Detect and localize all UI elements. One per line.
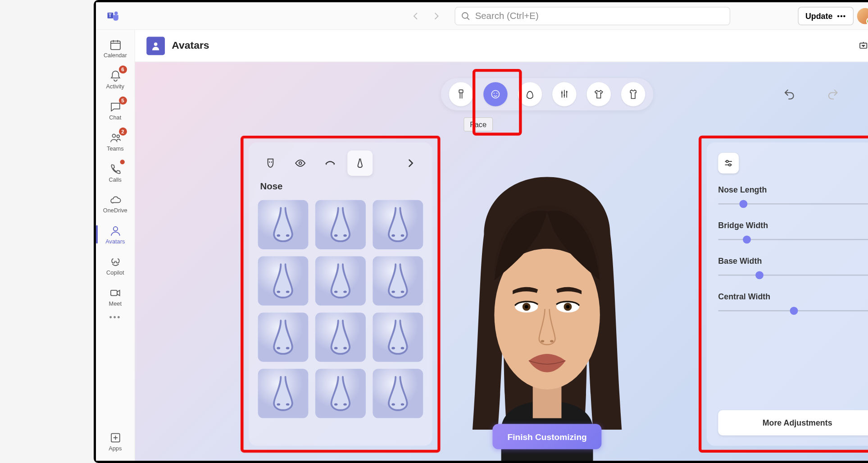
category-body-button[interactable] (449, 82, 473, 106)
category-wardrobe-full-button[interactable] (621, 82, 645, 106)
rail-calendar[interactable]: Calendar (98, 33, 132, 63)
face-tab-nose[interactable] (347, 151, 373, 176)
svg-point-11 (154, 42, 157, 46)
search-input[interactable]: Search (Ctrl+E) (455, 7, 731, 25)
present-icon (859, 41, 868, 50)
forward-button[interactable] (427, 7, 445, 25)
svg-point-15 (493, 93, 494, 94)
nose-option[interactable] (373, 312, 423, 362)
category-wardrobe-top-button[interactable] (586, 82, 611, 106)
search-placeholder: Search (Ctrl+E) (475, 11, 538, 21)
teams-badge: 2 (118, 128, 127, 136)
svg-point-6 (112, 134, 115, 137)
nose-option[interactable] (258, 312, 308, 362)
rail-teams[interactable]: 2 Teams (98, 126, 132, 156)
svg-point-16 (496, 93, 497, 94)
rail-calls[interactable]: Calls (98, 157, 132, 187)
nose-option[interactable] (258, 369, 308, 418)
activity-badge: 6 (118, 65, 127, 73)
nose-option[interactable] (315, 369, 365, 418)
rail-chat[interactable]: 5 Chat (98, 96, 132, 125)
rail-avatars[interactable]: Avatars (98, 220, 132, 249)
nose-option[interactable] (373, 369, 423, 418)
svg-point-7 (116, 135, 119, 138)
rail-more-icon[interactable]: ••• (109, 312, 121, 321)
category-hair-button[interactable] (518, 82, 542, 106)
slider-bridge width[interactable] (718, 235, 868, 243)
feature-section-title: Nose (260, 182, 423, 192)
face-tab-next[interactable] (398, 151, 423, 176)
finish-customizing-button[interactable]: Finish Customizing (492, 424, 602, 449)
nose-option[interactable] (258, 200, 308, 249)
redo-button[interactable] (825, 86, 841, 102)
slider-nose length[interactable] (718, 200, 868, 208)
more-adjustments-button[interactable]: More Adjustments (718, 410, 868, 435)
svg-point-69 (726, 160, 728, 163)
category-tooltip: Face (464, 117, 493, 132)
face-tab-shape[interactable] (258, 151, 283, 176)
svg-text:T: T (109, 13, 112, 18)
category-makeup-button[interactable] (552, 82, 577, 106)
rail-meet[interactable]: Meet (98, 281, 132, 311)
face-tab-eyes[interactable] (287, 151, 313, 176)
nose-option[interactable] (258, 256, 308, 306)
copilot-icon (109, 255, 121, 268)
title-bar: T Search (Ctrl+E) Update ••• (96, 2, 868, 30)
avatar-canvas: Face (135, 62, 868, 461)
slider-central width[interactable] (718, 307, 868, 315)
nose-option-grid (258, 200, 423, 418)
svg-point-17 (561, 92, 562, 93)
nose-option[interactable] (315, 256, 365, 306)
svg-point-8 (113, 226, 117, 230)
left-rail: Calendar 6 Activity 5 Chat 2 Teams Calls (96, 30, 135, 461)
rail-apps[interactable]: Apps (98, 426, 132, 456)
calendar-icon (109, 38, 121, 51)
avatar-icon (109, 225, 121, 237)
cloud-icon (109, 193, 121, 206)
avatar-preview[interactable] (432, 165, 662, 461)
rail-onedrive[interactable]: OneDrive (98, 188, 132, 218)
rail-copilot[interactable]: Copilot (98, 251, 132, 280)
svg-point-19 (566, 91, 567, 92)
user-avatar[interactable] (857, 8, 868, 24)
apps-icon (109, 431, 121, 444)
face-tab-eyebrows[interactable] (317, 151, 342, 176)
slider-label: Central Width (718, 292, 868, 301)
category-face-button[interactable] (483, 82, 508, 106)
undo-button[interactable] (781, 86, 797, 102)
present-now-button[interactable]: Present now (853, 37, 868, 55)
svg-point-18 (564, 94, 565, 96)
teams-logo-icon: T (105, 8, 121, 24)
more-icon: ••• (837, 12, 846, 20)
adjustments-panel: Nose Length Bridge Width Base Width Cent… (706, 142, 868, 446)
nose-option[interactable] (315, 312, 365, 362)
update-button[interactable]: Update ••• (798, 7, 854, 25)
svg-point-21 (271, 161, 272, 162)
svg-rect-5 (110, 41, 120, 50)
nose-option[interactable] (373, 200, 423, 249)
nose-option[interactable] (315, 200, 365, 249)
slider-label: Nose Length (718, 185, 868, 194)
svg-rect-9 (110, 290, 117, 295)
page-title: Avatars (172, 40, 209, 52)
feature-panel: Nose (249, 142, 432, 446)
back-button[interactable] (407, 7, 425, 25)
slider-label: Bridge Width (718, 220, 868, 229)
avatars-app-icon (146, 37, 165, 55)
svg-point-3 (462, 12, 468, 18)
chat-badge: 5 (118, 96, 127, 105)
slider-base width[interactable] (718, 271, 868, 279)
rail-activity[interactable]: 6 Activity (98, 64, 132, 94)
phone-icon (109, 162, 121, 175)
svg-point-1 (114, 11, 118, 15)
category-bar: Face (441, 78, 653, 110)
search-icon (461, 11, 470, 20)
svg-point-14 (491, 90, 499, 98)
svg-point-20 (268, 161, 269, 162)
nose-option[interactable] (373, 256, 423, 306)
video-icon (109, 286, 121, 299)
adjustments-icon[interactable] (718, 153, 739, 174)
svg-point-70 (728, 164, 731, 166)
svg-rect-13 (459, 90, 463, 92)
svg-point-22 (299, 162, 301, 165)
